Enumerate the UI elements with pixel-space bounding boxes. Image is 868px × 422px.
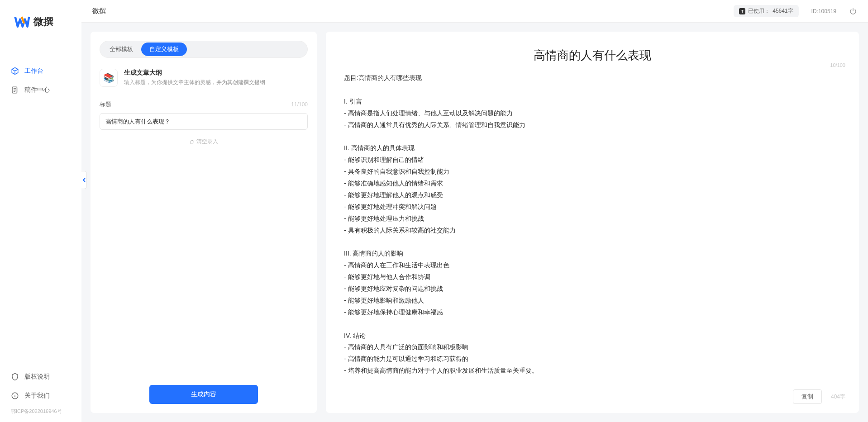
nav-copyright[interactable]: 版权说明: [0, 367, 81, 386]
tab-all-templates[interactable]: 全部模板: [101, 43, 141, 56]
power-icon: [849, 7, 857, 15]
output-body[interactable]: 题目:高情商的人有哪些表现 I. 引言 - 高情商是指人们处理情绪、与他人互动以…: [339, 72, 845, 377]
output-panel: 高情商的人有什么表现 10/100 题目:高情商的人有哪些表现 I. 引言 - …: [326, 32, 859, 413]
template-desc: 输入标题，为你提供文章主体的灵感，并为其创建撰文提纲: [124, 79, 308, 86]
nav-about[interactable]: 关于我们: [0, 386, 81, 405]
field-counter: 11/100: [291, 101, 308, 108]
field-label: 标题: [100, 100, 111, 109]
doc-icon: [11, 86, 19, 94]
icp-link[interactable]: 鄂ICP备2022016946号: [0, 405, 81, 417]
logo-icon: [14, 14, 30, 30]
nav-drafts[interactable]: 稿件中心: [0, 81, 81, 100]
template-card: 📚 生成文章大纲 输入标题，为你提供文章主体的灵感，并为其创建撰文提纲: [100, 69, 308, 87]
clear-input-button[interactable]: 清空录入: [100, 138, 308, 146]
page-title: 微撰: [92, 7, 106, 15]
clear-label: 清空录入: [196, 138, 218, 146]
content: 全部模板 自定义模板 📚 生成文章大纲 输入标题，为你提供文章主体的灵感，并为其…: [81, 23, 868, 422]
info-icon: [11, 392, 19, 400]
nav-label: 关于我们: [24, 392, 50, 400]
template-tabs: 全部模板 自定义模板: [100, 41, 308, 58]
output-title[interactable]: 高情商的人有什么表现: [534, 47, 651, 63]
usage-badge[interactable]: T 已使用： 45641字: [734, 5, 798, 17]
shield-icon: [11, 373, 19, 381]
nav-workspace[interactable]: 工作台: [0, 62, 81, 81]
title-field-group: 标题 11/100: [100, 100, 308, 130]
template-icon: 📚: [100, 69, 118, 87]
template-title: 生成文章大纲: [124, 69, 308, 77]
output-title-counter: 10/100: [830, 62, 845, 68]
title-input[interactable]: [100, 113, 308, 130]
text-icon: T: [739, 8, 745, 14]
nav-bottom: 版权说明 关于我们 鄂ICP备2022016946号: [0, 367, 81, 422]
output-footer: 复制 404字: [793, 389, 845, 404]
trash-icon: [189, 139, 195, 145]
nav: 工作台 稿件中心: [0, 39, 81, 367]
collapse-sidebar-button[interactable]: [81, 171, 87, 189]
copy-button[interactable]: 复制: [793, 389, 822, 404]
topbar: 微撰 T 已使用： 45641字 ID:100519: [81, 0, 868, 23]
nav-label: 版权说明: [24, 373, 50, 381]
power-button[interactable]: [849, 7, 857, 15]
word-count: 404字: [831, 393, 845, 401]
nav-label: 稿件中心: [24, 86, 50, 94]
chevron-left-icon: [82, 178, 86, 182]
main: 微撰 T 已使用： 45641字 ID:100519 全部模板 自定义模板: [81, 0, 868, 422]
tab-custom-templates[interactable]: 自定义模板: [141, 43, 187, 56]
cube-icon: [11, 67, 19, 75]
usage-value: 45641字: [773, 7, 793, 15]
user-id: ID:100519: [811, 8, 836, 14]
generate-button[interactable]: 生成内容: [149, 385, 258, 404]
input-panel: 全部模板 自定义模板 📚 生成文章大纲 输入标题，为你提供文章主体的灵感，并为其…: [91, 32, 317, 413]
logo[interactable]: 微撰: [0, 0, 81, 39]
logo-text: 微撰: [33, 15, 53, 28]
usage-prefix: 已使用：: [748, 7, 770, 15]
nav-label: 工作台: [24, 67, 43, 75]
topbar-right: T 已使用： 45641字 ID:100519: [734, 5, 857, 17]
sidebar: 微撰 工作台 稿件中心 版权说明: [0, 0, 81, 422]
